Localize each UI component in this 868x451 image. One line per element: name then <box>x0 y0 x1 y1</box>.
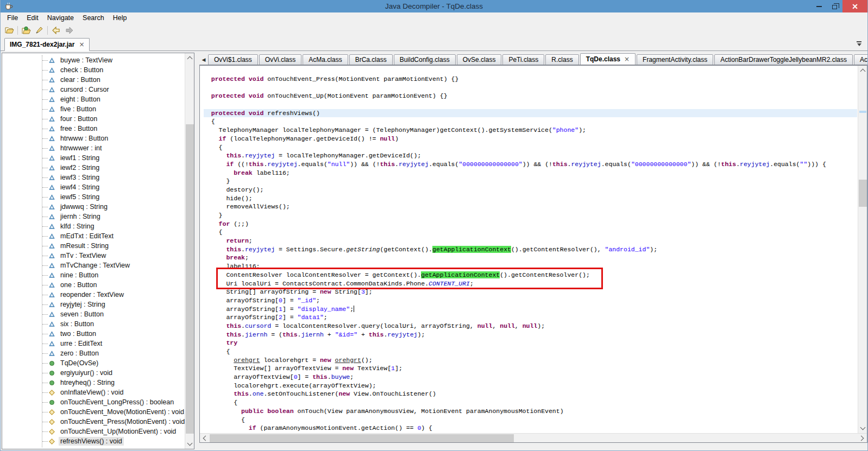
code-vertical-scrollbar[interactable] <box>858 66 867 433</box>
tree-item[interactable]: iewf1 : String <box>2 153 184 163</box>
tab-peti-class[interactable]: PeTi.class <box>502 54 544 65</box>
tree-item[interactable]: nine : Button <box>2 270 184 280</box>
tree-item[interactable]: htrwwwer : int <box>2 143 184 153</box>
tab-actionbard[interactable]: ActionBarD <box>854 54 867 65</box>
scroll-down-button[interactable] <box>185 440 194 449</box>
tree-item[interactable]: mTv : TextView <box>2 251 184 261</box>
tree-item[interactable]: four : Button <box>2 114 184 124</box>
tree-item[interactable]: reyjytej : String <box>2 300 184 309</box>
tree-item[interactable]: jdwwwq : String <box>2 202 184 212</box>
tree-item[interactable]: onInflateView() : void <box>2 388 184 397</box>
tab-ovvi-1-class[interactable]: OvVi$1.class <box>208 54 258 65</box>
scroll-right-button[interactable] <box>858 434 867 443</box>
tree-item[interactable]: htreyheq() : String <box>2 378 184 388</box>
tree-item[interactable]: onTouchEvent_LongPress() : boolean <box>2 397 184 407</box>
menu-item-help[interactable]: Help <box>109 13 131 23</box>
tree-item[interactable]: iewf3 : String <box>2 173 184 182</box>
scrollbar-thumb[interactable] <box>186 124 194 434</box>
tab-r-class[interactable]: R.class <box>545 54 578 65</box>
scroll-down-button[interactable] <box>858 424 867 433</box>
tree-item[interactable]: iewf4 : String <box>2 182 184 192</box>
scroll-up-button[interactable] <box>185 53 194 62</box>
tab-brca-class[interactable]: BrCa.class <box>349 54 393 65</box>
open-jar-button[interactable] <box>3 24 16 36</box>
field-icon <box>49 87 55 93</box>
tab-buildconfig-class[interactable]: BuildConfig.class <box>394 54 456 65</box>
tree-item[interactable]: buywe : TextView <box>2 55 184 65</box>
forward-button[interactable] <box>62 24 76 36</box>
code-line: this.reyjytej = Settings.Secure.getStrin… <box>204 245 857 254</box>
tree-item[interactable]: iewf5 : String <box>2 192 184 202</box>
menu-item-search[interactable]: Search <box>78 13 109 23</box>
tab-label: BuildConfig.class <box>400 56 450 63</box>
tree-item[interactable]: htrwww : Button <box>2 134 184 143</box>
open-type-button[interactable] <box>20 24 33 36</box>
tree-item[interactable]: zero : Button <box>2 348 184 358</box>
tree-item[interactable]: klfd : String <box>2 221 184 231</box>
tree-item[interactable]: onTouchEvent_Up(MotionEvent) : void <box>2 427 184 436</box>
tree-item[interactable]: two : Button <box>2 329 184 339</box>
code-line: { <box>204 416 857 424</box>
tree-item-label: refreshViews() : void <box>59 437 124 446</box>
title-bar[interactable]: Java Decompiler - TqDe.class ✕ <box>1 0 867 12</box>
tab-ovse-class[interactable]: OvSe.class <box>457 54 502 65</box>
code-line: this.cursord = localContentResolver.quer… <box>204 322 857 331</box>
scroll-left-button[interactable] <box>200 434 209 443</box>
tree-item[interactable]: refreshViews() : void <box>2 436 184 446</box>
tab-close-icon[interactable]: × <box>79 41 84 48</box>
close-button[interactable]: ✕ <box>842 0 867 12</box>
tree-item[interactable]: mResult : String <box>2 241 184 251</box>
tree-item[interactable]: six : Button <box>2 319 184 329</box>
tree-item-label: onInflateView() : void <box>59 388 125 397</box>
open-type-icon <box>22 26 31 35</box>
tab-list-button[interactable] <box>855 40 863 48</box>
tab-tqde-class[interactable]: TqDe.class× <box>580 53 636 65</box>
tree-item[interactable]: cursord : Cursor <box>2 85 184 94</box>
tree-item[interactable]: check : Button <box>2 65 184 75</box>
code-horizontal-scrollbar[interactable] <box>200 433 867 442</box>
tree-item[interactable]: reopender : TextView <box>2 290 184 300</box>
tree-item[interactable]: TqDe(OvSe) <box>2 358 184 368</box>
menu-item-navigate[interactable]: Navigate <box>43 13 78 23</box>
tab-close-icon[interactable]: × <box>624 55 630 63</box>
tree-item[interactable]: onTouchEvent_Move(MotionEvent) : void <box>2 407 184 417</box>
scrollbar-thumb[interactable] <box>210 434 514 442</box>
tree-item[interactable]: urre : EditText <box>2 339 184 348</box>
tree-item[interactable]: onTouchEvent_Press(MotionEvent) : void <box>2 417 184 427</box>
tree-item[interactable]: five : Button <box>2 104 184 114</box>
scrollbar-thumb[interactable] <box>859 180 867 207</box>
tree-scrollbar[interactable] <box>185 53 194 449</box>
tab-acma-class[interactable]: AcMa.class <box>303 54 348 65</box>
scroll-up-button[interactable] <box>858 66 867 75</box>
tree-item-label: htreyheq() : String <box>59 378 116 387</box>
tree-item[interactable]: ergiyuiyur() : void <box>2 368 184 378</box>
jar-tab[interactable]: IMG_7821-dex2jar.jar × <box>4 38 90 51</box>
tab-fragmentactivity-class[interactable]: FragmentActivity.class <box>637 54 713 65</box>
search-button[interactable] <box>33 24 46 36</box>
tree-item[interactable]: free : Button <box>2 124 184 134</box>
menu-item-edit[interactable]: Edit <box>22 13 43 23</box>
minimize-button[interactable] <box>811 0 827 12</box>
tab-actionbardrawertogglejellybeanmr2-class[interactable]: ActionBarDrawerToggleJellybeanMR2.class <box>714 54 853 65</box>
tree-item[interactable]: mEdTxt : EditText <box>2 231 184 241</box>
tree-item[interactable]: one : Button <box>2 280 184 290</box>
tree-item[interactable]: iewf2 : String <box>2 163 184 173</box>
tree-item-label: iewf4 : String <box>59 183 101 192</box>
back-button[interactable] <box>49 24 62 36</box>
restore-button[interactable] <box>827 0 842 12</box>
code-line: TelephonyManager localTelephonyManager =… <box>204 126 857 135</box>
code-line: } <box>204 211 857 220</box>
chevron-right-icon <box>859 436 864 441</box>
tab-scroll-left-button[interactable]: ◀ <box>199 55 208 65</box>
tree-item[interactable]: clear : Button <box>2 75 184 85</box>
source-code-view[interactable]: protected void onTouchEvent_Press(Motion… <box>200 66 857 433</box>
tree-item[interactable]: eight : Button <box>2 94 184 104</box>
tree-item[interactable]: mTvChange : TextView <box>2 261 184 270</box>
tree-item[interactable]: jiernh : String <box>2 212 184 221</box>
menu-item-file[interactable]: File <box>3 13 22 23</box>
tree-item-label: clear : Button <box>59 75 102 84</box>
tree-item-label: onTouchEvent_LongPress() : boolean <box>59 398 175 406</box>
tree-item[interactable]: seven : Button <box>2 309 184 319</box>
tree-item-label: free : Button <box>59 124 99 133</box>
tab-ovvi-class[interactable]: OvVi.class <box>259 54 301 65</box>
